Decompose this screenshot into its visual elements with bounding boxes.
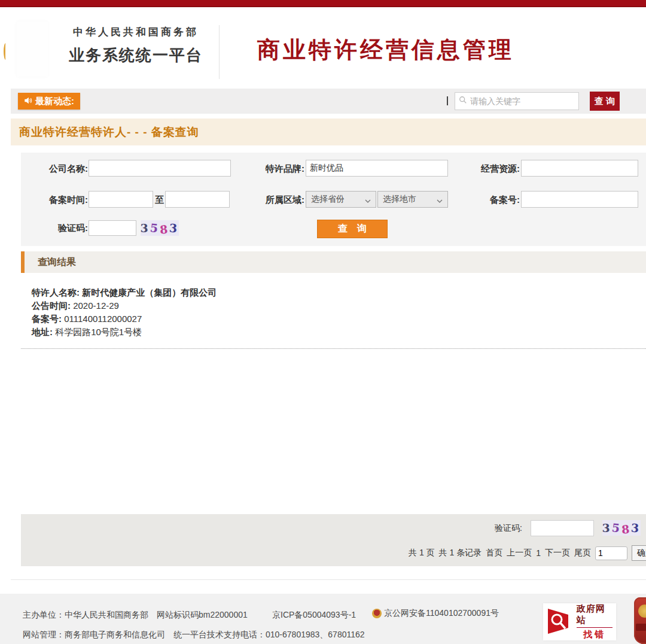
brand-input[interactable] (306, 160, 448, 177)
police-badge-icon (372, 609, 382, 618)
footer-police-text: 京公网安备11040102700091号 (384, 608, 499, 619)
form-query-button[interactable]: 查 询 (317, 220, 388, 238)
province-select-value: 选择省份 (311, 194, 345, 205)
results-record: 特许人名称: 新时代健康产业（集团）有限公司 公告时间: 2020-12-29 … (21, 273, 646, 349)
captcha-digit: 3 (169, 221, 179, 235)
section-title: 商业特许经营特许人- - - 备案查询 (19, 124, 199, 140)
city-select-value: 选择地市 (383, 194, 416, 205)
org-name-block: 中华人民共和国商务部 业务系统统一平台 (53, 25, 219, 66)
footer-icp[interactable]: 京ICP备05004093号-1 (272, 610, 356, 621)
main-panel: 商业特许经营特许人- - - 备案查询 公司名称: 特许品牌: 经营资源: 备案… (11, 119, 646, 580)
footer-support: 统一平台技术支持电话：010-67801983、67801162 (173, 630, 365, 640)
bottom-captcha-label: 验证码: (476, 523, 522, 534)
pager-first-link[interactable]: 首页 (486, 548, 502, 558)
latest-news-badge[interactable]: 最新动态: (18, 93, 80, 110)
captcha-image[interactable]: 3 5 8 3 (141, 220, 179, 236)
news-search-bar: 最新动态: 查 询 (11, 89, 646, 114)
result-announce-date-line: 公告时间: 2020-12-29 (32, 299, 646, 312)
pagination-panel: 验证码: 3 5 8 3 共 1 页 共 1 条记录 首页 上一页 1 下一页 … (21, 514, 646, 566)
to-label: 至 (155, 195, 164, 206)
keyword-search-input[interactable] (470, 96, 578, 106)
search-icon (459, 96, 467, 107)
section-title-bar: 商业特许经营特许人- - - 备案查询 (11, 119, 646, 145)
gov-site-error-badge[interactable]: 政府网站 找错 (543, 603, 616, 640)
org-name: 中华人民共和国商务部 (53, 25, 219, 39)
site-footer: 主办单位：中华人民共和国商务部 网站标识码bm22000001 京ICP备050… (0, 594, 646, 644)
page-title: 商业特许经营信息管理 (257, 35, 514, 65)
footer-manage: 网站管理：商务部电子商务和信息化司 (23, 630, 165, 640)
footer-police-row[interactable]: 京公网安备11040102700091号 (372, 608, 499, 619)
pager-confirm-button[interactable]: 确定 (632, 545, 646, 561)
result-value: 新时代健康产业（集团）有限公司 (82, 287, 217, 297)
pager-total-records: 共 1 条记录 (439, 548, 482, 558)
site-header: 中华人民共和国商务部 业务系统统一平台 商业特许经营信息管理 (0, 7, 646, 84)
result-value: 2020-12-29 (73, 300, 119, 311)
filing-time-label: 备案时间: (21, 195, 88, 206)
captcha-digit: 3 (602, 521, 612, 534)
magnifier-flag-icon (547, 607, 573, 637)
top-query-button[interactable]: 查 询 (590, 92, 620, 111)
platform-name: 业务系统统一平台 (53, 45, 219, 66)
resource-input[interactable] (521, 160, 638, 177)
result-value: 科学园路10号院1号楼 (55, 327, 142, 337)
result-address-line: 地址: 科学园路10号院1号楼 (32, 326, 646, 339)
filing-no-label: 备案号: (453, 195, 520, 206)
company-name-input[interactable] (89, 160, 231, 177)
agency-badge-band (636, 624, 646, 631)
filing-time-end-input[interactable] (165, 191, 230, 208)
marquee-divider (447, 96, 448, 105)
filing-no-input[interactable] (521, 191, 638, 208)
city-select[interactable]: 选择地市 (377, 191, 448, 208)
moc-logo (17, 22, 48, 77)
keyword-search-box (455, 92, 579, 110)
chevron-down-icon (437, 196, 443, 202)
region-label: 所属区域: (237, 195, 304, 206)
result-label: 特许人名称: (32, 287, 80, 297)
pager-prev-link[interactable]: 上一页 (507, 548, 532, 558)
pager: 共 1 页 共 1 条记录 首页 上一页 1 下一页 尾页 确定 (409, 545, 646, 561)
result-label: 地址: (32, 327, 53, 337)
results-empty-area (11, 349, 646, 514)
result-franchisor-line: 特许人名称: 新时代健康产业（集团）有限公司 (32, 286, 646, 299)
footer-site-code: 网站标识码bm22000001 (157, 610, 248, 621)
agency-badge-icon (634, 597, 646, 644)
result-value: 0111400112000027 (64, 314, 142, 324)
pager-current-page: 1 (536, 548, 541, 558)
top-red-bar (0, 0, 646, 7)
bottom-captcha-input[interactable] (531, 520, 594, 536)
footer-host: 主办单位：中华人民共和国商务部 (23, 610, 148, 621)
pager-next-link[interactable]: 下一页 (545, 548, 570, 558)
bottom-captcha-image[interactable]: 3 5 8 3 (602, 520, 641, 536)
captcha-digit: 3 (141, 221, 150, 235)
brand-label: 特许品牌: (237, 163, 304, 175)
captcha-label: 验证码: (21, 223, 88, 234)
query-form: 公司名称: 特许品牌: 经营资源: 备案时间: 至 所属区域: 选择省份 选择地… (21, 153, 646, 246)
speaker-icon (24, 96, 32, 107)
latest-news-label: 最新动态: (35, 96, 74, 107)
results-header-bar: 查询结果 (21, 251, 646, 273)
captcha-input[interactable] (89, 220, 136, 236)
result-label: 公告时间: (32, 300, 71, 311)
result-label: 备案号: (32, 314, 62, 324)
pager-last-link[interactable]: 尾页 (574, 548, 591, 558)
resource-label: 经营资源: (453, 163, 520, 175)
result-filing-no-line: 备案号: 0111400112000027 (32, 312, 646, 326)
err-badge-line2: 找错 (583, 629, 606, 640)
results-header-title: 查询结果 (38, 256, 76, 269)
captcha-digit: 3 (630, 521, 641, 534)
err-badge-text: 政府网站 找错 (577, 603, 613, 640)
pager-total-pages: 共 1 页 (409, 548, 435, 558)
province-select[interactable]: 选择省份 (306, 191, 376, 208)
header-divider (219, 25, 220, 79)
company-name-label: 公司名称: (21, 163, 88, 175)
pager-page-input[interactable] (595, 546, 627, 560)
chevron-down-icon (365, 196, 371, 202)
emblem-logo-fragment (4, 43, 8, 60)
filing-time-start-input[interactable] (89, 191, 153, 208)
agency-badge-emblem (638, 604, 646, 618)
err-badge-line1: 政府网站 (577, 603, 613, 628)
